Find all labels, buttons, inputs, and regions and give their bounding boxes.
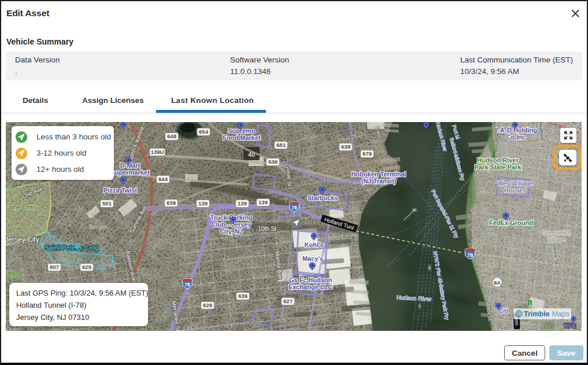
svg-text:Supermarket: Supermarket	[110, 169, 150, 176]
svg-text:ame Cmtry: ame Cmtry	[9, 204, 38, 211]
svg-text:Macy's: Macy's	[302, 255, 323, 262]
svg-text:Village: Village	[547, 236, 565, 243]
svg-text:Citi: Citi	[499, 308, 508, 314]
svg-text:Gs Fc Hudson: Gs Fc Hudson	[289, 276, 332, 283]
svg-text:639: 639	[238, 293, 247, 299]
svg-text:Starbucks: Starbucks	[307, 194, 338, 201]
svg-text:Houses: Houses	[504, 187, 526, 194]
svg-text:638: 638	[341, 143, 350, 150]
svg-text:9A: 9A	[494, 279, 501, 286]
svg-text:78: 78	[467, 252, 473, 258]
svg-text:Bergen: Bergen	[89, 224, 108, 230]
svg-text:Kohl's: Kohl's	[304, 241, 323, 248]
svg-text:654: 654	[199, 128, 209, 135]
svg-text:Park State Park: Park State Park	[475, 164, 522, 171]
svg-text:139: 139	[238, 200, 247, 207]
svg-text:629: 629	[203, 302, 212, 308]
svg-text:681: 681	[276, 142, 286, 148]
svg-text:Jersey City: Jersey City	[6, 235, 39, 244]
svg-text:10th St: 10th St	[258, 226, 276, 232]
svg-text:Co Inc: Co Inc	[506, 134, 526, 141]
svg-text:West Village: West Village	[497, 180, 533, 187]
svg-text:City, NJ: City, NJ	[220, 228, 243, 235]
svg-text:644: 644	[158, 176, 168, 182]
svg-text:KFC: KFC	[564, 323, 576, 329]
svg-text:Hoboken Terminal: Hoboken Terminal	[351, 171, 406, 178]
svg-text:Pizza Twist: Pizza Twist	[103, 187, 137, 194]
svg-text:78: 78	[291, 205, 297, 211]
svg-text:627: 627	[283, 298, 293, 304]
svg-text:648: 648	[167, 133, 176, 139]
svg-text:Hudson River: Hudson River	[477, 157, 519, 164]
svg-text:Exchange LLC: Exchange LLC	[289, 283, 332, 290]
svg-text:607: 607	[50, 264, 59, 270]
svg-text:Food Market: Food Market	[223, 134, 261, 141]
svg-text:Greenwich: Greenwich	[542, 229, 571, 236]
svg-text:FedEx Ground: FedEx Ground	[489, 219, 533, 226]
svg-text:501: 501	[102, 200, 112, 207]
svg-text:139U: 139U	[151, 149, 164, 155]
svg-text:625: 625	[82, 264, 92, 270]
svg-text:639: 639	[167, 200, 176, 206]
svg-text:636: 636	[268, 158, 278, 165]
svg-text:78: 78	[184, 282, 190, 287]
svg-text:139: 139	[258, 199, 268, 205]
svg-text:Saint Peter's Colg: Saint Peter's Colg	[45, 244, 99, 251]
svg-text:139: 139	[198, 200, 208, 207]
svg-text:D-Mart: D-Mart	[120, 162, 140, 169]
svg-text:(NJ Transit): (NJ Transit)	[361, 178, 397, 185]
svg-text:679: 679	[363, 150, 372, 157]
svg-text:1: 1	[529, 301, 531, 305]
